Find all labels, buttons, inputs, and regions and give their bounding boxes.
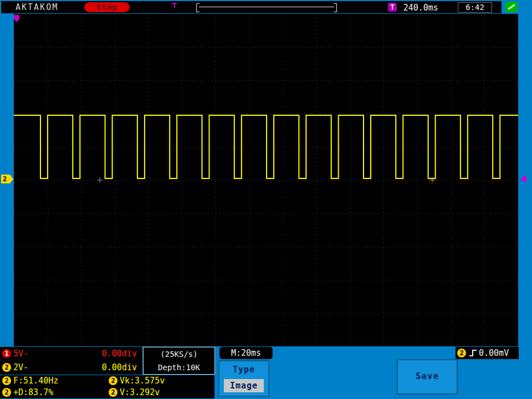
measurement-duty: +D:83.7% — [13, 387, 53, 397]
acquisition-panel: (25KS/s) Depth:10K — [143, 347, 215, 375]
trigger-source-badge: 2 — [457, 349, 466, 357]
trigger-corner-marker-icon — [14, 15, 21, 23]
record-window-line — [199, 7, 334, 7]
timebase-readout: M:20ms — [219, 347, 273, 359]
trigger-time-icon: T — [388, 3, 397, 12]
save-button[interactable]: Save — [397, 359, 458, 395]
memory-depth: Depth:10K — [144, 361, 214, 374]
top-status-bar: AKTAKOM Stop T 240.0ms 6:42 — [1, 1, 502, 13]
oscilloscope-screen: AKTAKOM Stop T 240.0ms 6:42 2 1 — [0, 0, 532, 399]
measurement-vk: Vk:3.575v — [120, 376, 165, 386]
trigger-level-value: 0.00mV — [479, 348, 509, 358]
trigger-level-marker-icon[interactable] — [520, 175, 526, 183]
measurement-panel: 2 F:51.40Hz 2 Vk:3.575v 2 +D:83.7% 2 V:3… — [0, 375, 214, 398]
record-window-left-bracket-icon — [196, 3, 200, 12]
waveform-display — [14, 14, 518, 346]
measurement-v: V:3.292v — [120, 387, 160, 397]
channel2-readout: 2 2V- 0.00div — [0, 361, 142, 375]
measurement-v-badge: 2 — [109, 388, 117, 397]
record-window-indicator — [196, 3, 337, 11]
measurement-frequency-badge: 2 — [2, 376, 11, 385]
channel2-badge: 2 — [2, 363, 11, 372]
channel1-readout: 1 5V- 0.00div — [0, 347, 142, 361]
channel1-scale: 5V- — [13, 349, 28, 359]
run-stop-status: Stop — [84, 2, 130, 12]
brand-label: AKTAKOM — [16, 2, 58, 12]
usb-status-icon — [505, 2, 518, 12]
softmenu-image-option[interactable]: Image — [224, 379, 264, 392]
channel2-position: 0.00div — [102, 362, 137, 372]
graticule-grid — [14, 14, 518, 346]
trigger-time-value: 240.0ms — [403, 3, 438, 13]
sample-rate: (25KS/s) — [144, 347, 214, 361]
softmenu-type-label[interactable]: Type — [219, 365, 268, 375]
record-window-right-bracket-icon — [334, 3, 337, 12]
channel-readout-panel: 1 5V- 0.00div 2 2V- 0.00div — [0, 347, 142, 375]
trigger-position-marker-icon — [172, 3, 177, 8]
measurement-row: 2 F:51.40Hz 2 Vk:3.575v — [0, 375, 214, 387]
softmenu-type[interactable]: Type Image — [218, 360, 269, 397]
trigger-time-readout: T 240.0ms — [388, 2, 438, 12]
channel1-position: 0.00div — [102, 349, 137, 359]
measurement-duty-badge: 2 — [2, 388, 11, 397]
measurement-vk-badge: 2 — [109, 376, 117, 385]
clock: 6:42 — [458, 2, 492, 13]
channel2-scale: 2V- — [13, 362, 28, 372]
scope-plot — [14, 14, 518, 346]
channel2-level-marker[interactable]: 2 — [1, 175, 13, 183]
measurement-row: 2 +D:83.7% 2 V:3.292v — [0, 387, 214, 398]
rising-edge-icon — [469, 349, 478, 357]
channel1-badge: 1 — [2, 349, 11, 358]
measurement-frequency: F:51.40Hz — [13, 376, 58, 386]
trigger-level-readout: 2 0.00mV — [456, 347, 519, 359]
